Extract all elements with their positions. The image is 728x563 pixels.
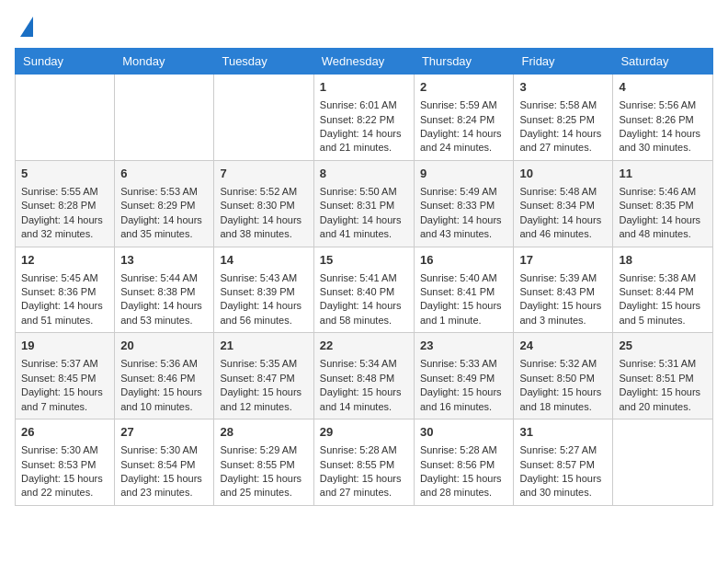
day-info: Daylight: 14 hours: [519, 127, 607, 141]
day-info: Sunrise: 5:53 AM: [120, 185, 208, 199]
calendar-week-row: 12Sunrise: 5:45 AMSunset: 8:36 PMDayligh…: [16, 247, 713, 333]
day-number: 6: [120, 166, 208, 182]
calendar-cell: 27Sunrise: 5:30 AMSunset: 8:54 PMDayligh…: [115, 419, 214, 506]
day-info: Daylight: 15 hours: [320, 472, 408, 486]
day-info: Sunrise: 5:58 AM: [519, 98, 607, 112]
day-info: and 5 minutes.: [619, 314, 707, 327]
day-number: 21: [220, 338, 307, 354]
day-number: 5: [21, 166, 108, 182]
day-number: 17: [519, 252, 607, 269]
day-info: Daylight: 15 hours: [519, 472, 607, 486]
calendar-cell: 24Sunrise: 5:32 AMSunset: 8:50 PMDayligh…: [514, 333, 613, 419]
day-info: Sunrise: 5:56 AM: [619, 98, 707, 112]
day-header-saturday: Saturday: [613, 49, 713, 75]
day-info: Sunrise: 5:35 AM: [220, 357, 307, 371]
day-info: and 35 minutes.: [120, 227, 208, 241]
day-info: Sunrise: 5:30 AM: [21, 443, 108, 457]
day-info: Daylight: 14 hours: [320, 127, 408, 141]
day-info: and 16 minutes.: [420, 400, 508, 414]
calendar-cell: [115, 75, 214, 161]
day-info: Sunset: 8:45 PM: [21, 372, 108, 385]
calendar-cell: 6Sunrise: 5:53 AMSunset: 8:29 PMDaylight…: [115, 160, 214, 247]
day-info: Sunrise: 5:27 AM: [519, 443, 607, 457]
day-info: Daylight: 15 hours: [21, 472, 108, 486]
day-info: Daylight: 14 hours: [519, 213, 607, 227]
day-number: 31: [519, 424, 607, 441]
day-info: Daylight: 14 hours: [619, 127, 707, 141]
day-number: 15: [320, 252, 408, 269]
day-info: Daylight: 15 hours: [420, 472, 508, 486]
day-info: Sunrise: 5:59 AM: [420, 98, 508, 112]
day-info: and 46 minutes.: [519, 227, 607, 241]
day-info: Daylight: 14 hours: [619, 213, 707, 227]
day-info: and 22 minutes.: [21, 486, 108, 500]
day-info: Sunrise: 5:36 AM: [120, 357, 208, 371]
day-info: and 30 minutes.: [519, 486, 607, 500]
calendar-cell: 4Sunrise: 5:56 AMSunset: 8:26 PMDaylight…: [613, 75, 713, 161]
day-info: Daylight: 14 hours: [220, 213, 307, 227]
day-info: Sunset: 8:35 PM: [619, 199, 707, 213]
day-header-friday: Friday: [514, 49, 613, 75]
calendar-cell: 16Sunrise: 5:40 AMSunset: 8:41 PMDayligh…: [414, 247, 514, 333]
day-info: Daylight: 14 hours: [21, 213, 108, 227]
calendar-cell: 11Sunrise: 5:46 AMSunset: 8:35 PMDayligh…: [613, 160, 713, 247]
day-info: Sunrise: 5:50 AM: [320, 185, 408, 199]
day-info: and 41 minutes.: [320, 227, 408, 241]
day-info: Sunrise: 5:31 AM: [619, 357, 707, 371]
day-number: 13: [120, 252, 208, 269]
day-number: 20: [120, 338, 208, 354]
day-info: and 30 minutes.: [619, 141, 707, 155]
day-info: Daylight: 15 hours: [519, 385, 607, 399]
day-number: 4: [619, 79, 707, 96]
day-info: Sunset: 8:29 PM: [120, 199, 208, 213]
day-info: Sunrise: 5:34 AM: [320, 357, 408, 371]
day-info: Sunrise: 5:28 AM: [320, 443, 408, 457]
day-info: Sunrise: 5:33 AM: [420, 357, 508, 371]
calendar-cell: 30Sunrise: 5:28 AMSunset: 8:56 PMDayligh…: [414, 419, 514, 506]
day-info: and 48 minutes.: [619, 227, 707, 241]
day-number: 10: [519, 166, 607, 182]
day-info: Sunrise: 5:30 AM: [120, 443, 208, 457]
day-info: Sunset: 8:30 PM: [220, 199, 307, 213]
day-info: Daylight: 14 hours: [120, 299, 208, 313]
day-number: 16: [420, 252, 508, 269]
day-info: and 38 minutes.: [220, 227, 307, 241]
day-info: Daylight: 15 hours: [619, 299, 707, 313]
day-info: Daylight: 14 hours: [420, 213, 508, 227]
calendar-cell: 18Sunrise: 5:38 AMSunset: 8:44 PMDayligh…: [613, 247, 713, 333]
day-info: Daylight: 15 hours: [320, 385, 408, 399]
day-info: Sunrise: 5:48 AM: [519, 185, 607, 199]
day-info: Daylight: 15 hours: [420, 299, 508, 313]
calendar-cell: 17Sunrise: 5:39 AMSunset: 8:43 PMDayligh…: [514, 247, 613, 333]
day-info: Sunset: 8:47 PM: [220, 372, 307, 385]
calendar-cell: 20Sunrise: 5:36 AMSunset: 8:46 PMDayligh…: [115, 333, 214, 419]
day-info: Sunrise: 5:39 AM: [519, 271, 607, 285]
day-info: Sunset: 8:39 PM: [220, 285, 307, 299]
day-number: 28: [220, 424, 307, 441]
calendar-cell: 25Sunrise: 5:31 AMSunset: 8:51 PMDayligh…: [613, 333, 713, 419]
page-header: [15, 15, 713, 37]
day-info: Sunset: 8:24 PM: [420, 113, 508, 127]
day-number: 7: [220, 166, 307, 182]
day-number: 8: [320, 166, 408, 182]
day-number: 14: [220, 252, 307, 269]
day-info: Daylight: 15 hours: [21, 385, 108, 399]
day-info: Sunrise: 5:43 AM: [220, 271, 307, 285]
day-info: Sunrise: 5:55 AM: [21, 185, 108, 199]
day-info: Sunset: 8:55 PM: [220, 458, 307, 472]
day-header-tuesday: Tuesday: [214, 49, 313, 75]
day-info: Sunrise: 5:49 AM: [420, 185, 508, 199]
day-info: Sunset: 8:54 PM: [120, 458, 208, 472]
day-number: 11: [619, 166, 707, 182]
calendar-cell: 26Sunrise: 5:30 AMSunset: 8:53 PMDayligh…: [16, 419, 115, 506]
calendar-cell: 28Sunrise: 5:29 AMSunset: 8:55 PMDayligh…: [214, 419, 313, 506]
day-info: and 27 minutes.: [320, 486, 408, 500]
calendar-cell: 10Sunrise: 5:48 AMSunset: 8:34 PMDayligh…: [514, 160, 613, 247]
day-info: Daylight: 15 hours: [220, 472, 307, 486]
calendar-cell: [214, 75, 313, 161]
calendar-cell: [613, 419, 713, 506]
day-info: Sunset: 8:49 PM: [420, 372, 508, 385]
day-info: and 14 minutes.: [320, 400, 408, 414]
day-number: 1: [320, 79, 408, 96]
calendar-cell: 1Sunrise: 6:01 AMSunset: 8:22 PMDaylight…: [313, 75, 414, 161]
